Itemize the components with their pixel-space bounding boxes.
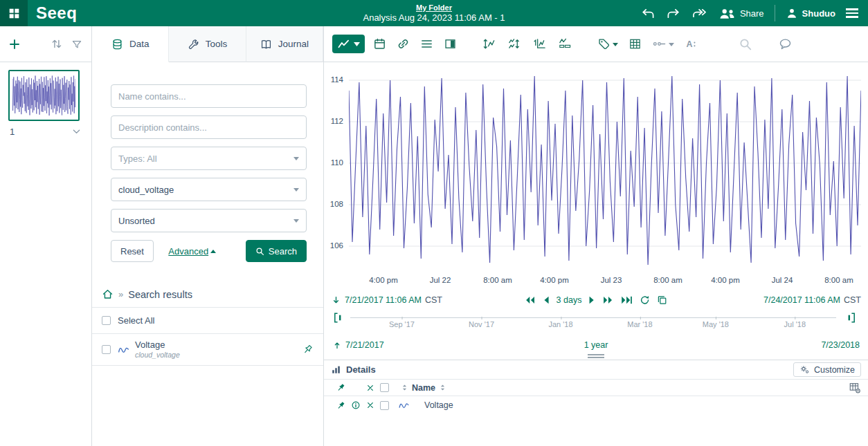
- trend-x-axis: 4:00 pmJul 228:00 am4:00 pmJul 238:00 am…: [349, 276, 861, 288]
- copy-range-icon[interactable]: [656, 295, 667, 306]
- range-start-value[interactable]: 7/21/2017 11:06 AM: [345, 295, 422, 305]
- name-contains-input[interactable]: [111, 84, 307, 108]
- details-header: Details Customize: [324, 360, 868, 380]
- capsule-time-icon[interactable]: [555, 35, 574, 53]
- row-info-icon[interactable]: [348, 400, 363, 410]
- duration-link[interactable]: 3 days: [557, 295, 582, 305]
- row-signal-icon: [392, 400, 415, 411]
- zoom-icon[interactable]: [736, 35, 754, 53]
- trend-lanes-icon[interactable]: [505, 35, 524, 53]
- pin-column-header-icon[interactable]: [334, 382, 348, 393]
- timeline-track[interactable]: [350, 317, 836, 318]
- worksheet-title: Analysis Aug 24, 2023 11:06 AM - 1: [363, 12, 505, 24]
- forward-history-button[interactable]: [691, 7, 708, 20]
- one-lane-icon[interactable]: [480, 35, 499, 53]
- user-menu[interactable]: Shuduo: [786, 7, 835, 19]
- chevron-down-icon: [613, 43, 618, 49]
- description-contains-input[interactable]: [111, 115, 307, 139]
- arrow-down-icon: [331, 295, 341, 306]
- my-folder-link[interactable]: My Folder: [363, 3, 505, 12]
- search-button-label: Search: [269, 246, 297, 257]
- timeline-end-handle[interactable]: [844, 311, 857, 324]
- row-remove-icon[interactable]: [363, 401, 377, 409]
- search-button[interactable]: Search: [246, 240, 307, 262]
- app-switcher-button[interactable]: [0, 0, 28, 26]
- trend-chart-area[interactable]: 106108110112114 4:00 pmJul 228:00 am4:00…: [324, 62, 868, 290]
- name-column-header[interactable]: Name: [401, 383, 446, 393]
- result-checkbox[interactable]: [102, 345, 111, 354]
- investigate-start-value[interactable]: 7/21/2017: [345, 340, 384, 350]
- investigate-end-value[interactable]: 7/23/2018: [821, 340, 860, 350]
- datasource-select[interactable]: cloud_voltage: [111, 178, 307, 201]
- tag-button[interactable]: [595, 35, 620, 53]
- filter-worksheets-icon[interactable]: [71, 39, 82, 50]
- arrow-up-icon: [332, 340, 342, 350]
- table-settings-icon[interactable]: [849, 382, 861, 394]
- worksheet-options-chevron-icon[interactable]: [71, 127, 82, 137]
- breadcrumb-separator: »: [118, 289, 123, 299]
- search-results-breadcrumb: » Search results: [92, 288, 323, 308]
- forward-history-icon: [691, 7, 708, 20]
- chevron-down-icon: [669, 43, 674, 49]
- investigate-timeline[interactable]: Sep '17Nov '17Jan '18Mar '18May '18Jul '…: [324, 310, 868, 337]
- home-icon[interactable]: [102, 288, 114, 300]
- range-end-group[interactable]: 7/24/2017 11:06 AM CST: [763, 295, 861, 305]
- new-worksheet-button[interactable]: [9, 39, 20, 50]
- trend-plot[interactable]: [349, 68, 861, 271]
- split-pane-button[interactable]: [442, 35, 459, 53]
- timeline-tick-label: Jan '18: [548, 320, 572, 328]
- tab-data[interactable]: Data: [92, 26, 169, 62]
- sort-select[interactable]: Unsorted: [111, 209, 307, 232]
- tab-tools[interactable]: Tools: [169, 26, 246, 62]
- remove-column-header-icon[interactable]: [363, 384, 377, 392]
- undo-button[interactable]: [640, 7, 655, 20]
- range-start-group[interactable]: 7/21/2017 11:06 AM CST: [331, 295, 442, 306]
- svg-text:A: A: [686, 39, 692, 49]
- timeline-start-handle[interactable]: [332, 311, 345, 324]
- advanced-link-label: Advanced: [168, 246, 208, 257]
- display-range-calendar-button[interactable]: [371, 35, 388, 53]
- row-pin-icon[interactable]: [334, 400, 348, 411]
- link-button[interactable]: [395, 35, 412, 53]
- sort-icon: [401, 383, 408, 392]
- step-back-icon[interactable]: [543, 295, 550, 305]
- labels-button[interactable]: A: [682, 35, 700, 53]
- timeline-tick-label: May '18: [703, 320, 729, 328]
- step-forward-icon[interactable]: [588, 295, 595, 305]
- redo-button[interactable]: [666, 7, 681, 20]
- chevron-down-icon: [293, 219, 299, 225]
- range-step-controls: 3 days: [525, 295, 668, 306]
- select-all-checkbox[interactable]: [102, 316, 111, 325]
- worksheet-thumbnail[interactable]: [8, 70, 80, 121]
- refresh-icon[interactable]: [639, 295, 650, 306]
- types-select[interactable]: Types: All: [111, 147, 307, 170]
- customize-button[interactable]: Customize: [793, 362, 861, 377]
- hamburger-menu-icon[interactable]: [846, 8, 858, 17]
- details-select-all-checkbox[interactable]: [380, 383, 389, 392]
- reset-button[interactable]: Reset: [111, 240, 154, 262]
- tab-data-label: Data: [129, 39, 150, 49]
- samples-button[interactable]: [650, 35, 676, 53]
- annotation-bubble-icon[interactable]: [776, 35, 795, 53]
- range-end-value[interactable]: 7/24/2017 11:06 AM: [763, 295, 840, 305]
- grid-table-button[interactable]: [626, 35, 644, 53]
- step-back-double-icon[interactable]: [525, 295, 536, 305]
- row-checkbox[interactable]: [380, 401, 389, 410]
- step-forward-double-icon[interactable]: [602, 295, 613, 305]
- step-to-end-icon[interactable]: [620, 295, 633, 305]
- x-tick-label: 8:00 am: [824, 276, 853, 284]
- panel-splitter[interactable]: [324, 353, 868, 360]
- investigate-duration[interactable]: 1 year: [584, 340, 608, 350]
- advanced-link[interactable]: Advanced: [168, 246, 216, 257]
- share-button[interactable]: Share: [718, 7, 764, 20]
- search-result-item[interactable]: Voltage cloud_voltage: [92, 334, 323, 366]
- table-rows-button[interactable]: [418, 35, 435, 53]
- pin-icon[interactable]: [302, 344, 314, 355]
- trend-view-button[interactable]: [332, 35, 365, 53]
- investigate-start-group[interactable]: 7/21/2017: [332, 340, 384, 350]
- one-y-axis-icon[interactable]: [530, 35, 549, 53]
- details-row[interactable]: Voltage: [324, 396, 868, 414]
- customize-label: Customize: [814, 365, 855, 375]
- tab-journal[interactable]: Journal: [246, 26, 323, 62]
- sort-worksheets-button[interactable]: [51, 38, 62, 50]
